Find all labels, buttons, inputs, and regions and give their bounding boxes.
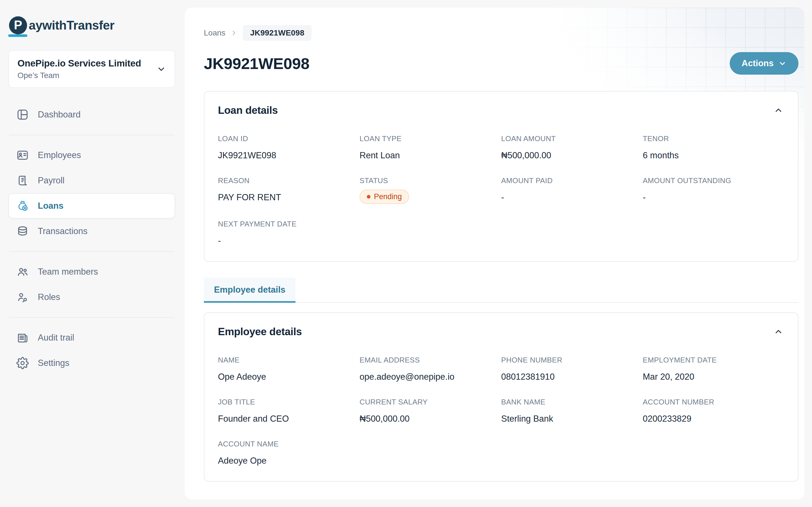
collapse-loan-details-button[interactable] bbox=[772, 105, 784, 116]
field-bank-name: BANK NAME Sterling Bank bbox=[501, 398, 643, 424]
logo-p-icon: P bbox=[9, 16, 27, 34]
sidebar-item-dashboard[interactable]: Dashboard bbox=[8, 102, 175, 127]
field-loan-id: LOAN ID JK9921WE098 bbox=[218, 134, 359, 161]
employee-details-card: Employee details NAME Ope Adeoye EMAIL A… bbox=[204, 313, 799, 482]
sidebar-divider bbox=[9, 317, 174, 318]
chevron-up-icon bbox=[774, 106, 783, 115]
field-current-salary: CURRENT SALARY ₦500,000.00 bbox=[359, 398, 501, 424]
sidebar-nav: Dashboard Employees Payroll Loans Transa… bbox=[8, 102, 175, 376]
chevron-up-icon bbox=[774, 327, 783, 337]
roles-icon bbox=[16, 291, 29, 303]
settings-icon bbox=[16, 357, 29, 369]
breadcrumb-loans-link[interactable]: Loans bbox=[204, 29, 225, 38]
sidebar-item-label: Audit trail bbox=[38, 333, 74, 343]
sidebar-item-audit-trail[interactable]: Audit trail bbox=[8, 325, 175, 350]
page-title: JK9921WE098 bbox=[204, 54, 309, 73]
sidebar-item-label: Payroll bbox=[38, 175, 64, 186]
field-email-address: EMAIL ADDRESS ope.adeoye@onepipe.io bbox=[359, 356, 501, 382]
field-status: STATUS Pending bbox=[359, 176, 501, 204]
sidebar-item-loans[interactable]: Loans bbox=[8, 193, 175, 219]
field-tenor: TENOR 6 months bbox=[643, 134, 784, 161]
actions-button[interactable]: Actions bbox=[730, 52, 799, 75]
sidebar-item-team-members[interactable]: Team members bbox=[8, 259, 175, 284]
actions-button-label: Actions bbox=[742, 58, 774, 68]
sidebar-item-label: Team members bbox=[38, 267, 98, 277]
transactions-icon bbox=[16, 225, 29, 237]
sidebar-item-label: Transactions bbox=[38, 226, 87, 236]
payroll-icon bbox=[16, 174, 29, 187]
sidebar-item-label: Employees bbox=[38, 150, 81, 160]
breadcrumb-current: JK9921WE098 bbox=[243, 25, 312, 41]
team-members-icon bbox=[16, 266, 29, 278]
employee-details-title: Employee details bbox=[218, 326, 302, 338]
audit-trail-icon bbox=[16, 332, 29, 344]
field-amount-outstanding: AMOUNT OUTSTANDING - bbox=[643, 176, 784, 204]
logo-wordmark: aywithTransfer bbox=[29, 18, 114, 33]
sidebar-item-label: Roles bbox=[38, 292, 60, 302]
sidebar-item-roles[interactable]: Roles bbox=[8, 284, 175, 310]
sidebar-item-payroll[interactable]: Payroll bbox=[8, 168, 175, 193]
workspace-company-name: OnePipe.io Services Limited bbox=[17, 58, 141, 69]
detail-tabs: Employee details bbox=[204, 277, 799, 303]
field-account-number: ACCOUNT NUMBER 0200233829 bbox=[643, 398, 784, 424]
workspace-selector[interactable]: OnePipe.io Services Limited Ope’s Team bbox=[8, 50, 175, 88]
main-panel: Loans JK9921WE098 JK9921WE098 Actions Lo… bbox=[185, 8, 804, 499]
sidebar-item-employees[interactable]: Employees bbox=[8, 143, 175, 168]
sidebar-item-label: Settings bbox=[38, 358, 69, 368]
sidebar-item-transactions[interactable]: Transactions bbox=[8, 219, 175, 244]
tab-employee-details[interactable]: Employee details bbox=[204, 277, 296, 303]
loans-icon bbox=[16, 200, 29, 212]
field-next-payment-date: NEXT PAYMENT DATE - bbox=[218, 220, 359, 246]
loan-details-card: Loan details LOAN ID JK9921WE098 LOAN TY… bbox=[204, 91, 799, 262]
employees-icon bbox=[16, 149, 29, 161]
sidebar: P aywithTransfer OnePipe.io Services Lim… bbox=[0, 0, 185, 507]
app-logo: P aywithTransfer bbox=[8, 16, 175, 34]
status-badge: Pending bbox=[359, 189, 409, 204]
workspace-team-name: Ope’s Team bbox=[17, 71, 141, 80]
field-account-name: ACCOUNT NAME Adeoye Ope bbox=[218, 440, 359, 466]
sidebar-item-label: Dashboard bbox=[38, 110, 81, 120]
field-job-title: JOB TITLE Founder and CEO bbox=[218, 398, 359, 424]
field-loan-amount: LOAN AMOUNT ₦500,000.00 bbox=[501, 134, 643, 161]
field-amount-paid: AMOUNT PAID - bbox=[501, 176, 643, 204]
chevron-down-icon bbox=[156, 64, 166, 74]
main-area: Loans JK9921WE098 JK9921WE098 Actions Lo… bbox=[185, 0, 812, 507]
field-phone-number: PHONE NUMBER 08012381910 bbox=[501, 356, 643, 382]
breadcrumb: Loans JK9921WE098 bbox=[204, 25, 799, 41]
field-name: NAME Ope Adeoye bbox=[218, 356, 359, 382]
dashboard-icon bbox=[16, 108, 29, 121]
chevron-right-icon bbox=[231, 29, 238, 37]
collapse-employee-details-button[interactable] bbox=[772, 326, 784, 338]
field-reason: REASON PAY FOR RENT bbox=[218, 176, 359, 204]
sidebar-item-settings[interactable]: Settings bbox=[8, 350, 175, 376]
loan-details-title: Loan details bbox=[218, 105, 278, 116]
chevron-down-icon bbox=[778, 59, 786, 68]
field-loan-type: LOAN TYPE Rent Loan bbox=[359, 134, 501, 161]
sidebar-divider bbox=[9, 135, 174, 135]
field-employment-date: EMPLOYMENT DATE Mar 20, 2020 bbox=[643, 356, 784, 382]
status-dot-icon bbox=[367, 195, 370, 199]
sidebar-item-label: Loans bbox=[38, 201, 63, 211]
sidebar-divider bbox=[9, 251, 174, 252]
